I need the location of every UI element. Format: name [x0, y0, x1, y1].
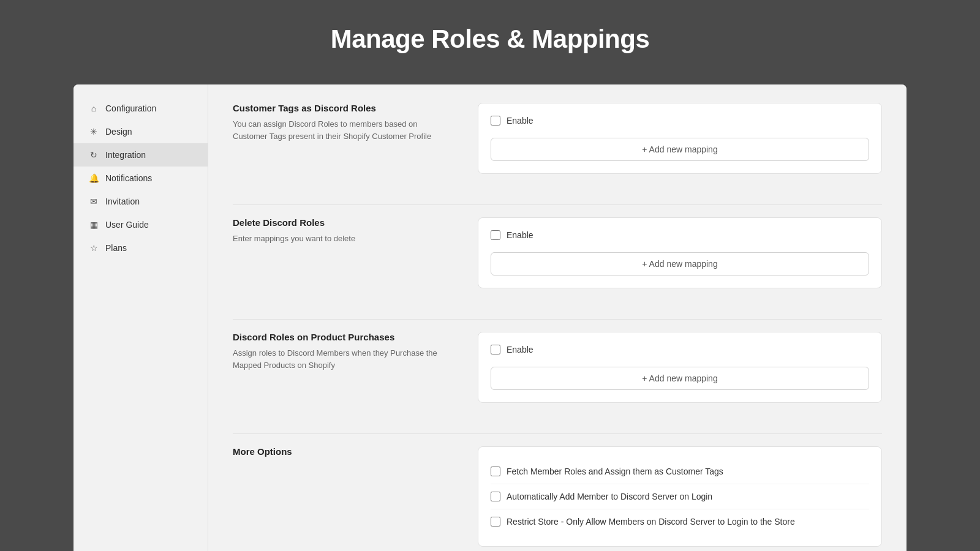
- page-title: Manage Roles & Mappings: [0, 24, 980, 54]
- invitation-icon: ✉: [88, 196, 99, 207]
- product-purchases-add-mapping-button[interactable]: + Add new mapping: [491, 367, 869, 390]
- product-purchases-left: Discord Roles on Product Purchases Assig…: [233, 332, 453, 403]
- sidebar-label-invitation: Invitation: [105, 197, 140, 206]
- more-options-title: More Options: [233, 446, 453, 457]
- notifications-icon: 🔔: [88, 173, 99, 184]
- divider-2: [233, 319, 882, 320]
- main-container: ⌂ Configuration ✳ Design ↻ Integration 🔔…: [74, 84, 907, 551]
- product-purchases-section: Discord Roles on Product Purchases Assig…: [233, 332, 882, 415]
- sidebar-label-notifications: Notifications: [105, 173, 152, 183]
- delete-roles-desc: Enter mappings you want to delete: [233, 233, 453, 245]
- option-label-2: Automatically Add Member to Discord Serv…: [507, 492, 712, 501]
- product-purchases-desc: Assign roles to Discord Members when the…: [233, 347, 453, 371]
- option-label-3: Restrict Store - Only Allow Members on D…: [507, 517, 795, 527]
- sidebar-item-integration[interactable]: ↻ Integration: [74, 143, 208, 167]
- customer-tags-add-mapping-button[interactable]: + Add new mapping: [491, 138, 869, 161]
- product-purchases-enable-row: Enable: [491, 345, 869, 354]
- customer-tags-enable-label: Enable: [507, 116, 533, 126]
- customer-tags-enable-row: Enable: [491, 116, 869, 126]
- delete-roles-section: Delete Discord Roles Enter mappings you …: [233, 217, 882, 301]
- sidebar-item-user-guide[interactable]: ▦ User Guide: [74, 213, 208, 236]
- more-options-section: More Options Fetch Member Roles and Assi…: [233, 446, 882, 551]
- option-label-1: Fetch Member Roles and Assign them as Cu…: [507, 467, 723, 476]
- option-row-3: Restrict Store - Only Allow Members on D…: [491, 509, 869, 534]
- product-purchases-title: Discord Roles on Product Purchases: [233, 332, 453, 342]
- content-area: Customer Tags as Discord Roles You can a…: [208, 84, 907, 551]
- delete-roles-title: Delete Discord Roles: [233, 217, 453, 228]
- sidebar-label-design: Design: [105, 127, 132, 137]
- product-purchases-right: Enable + Add new mapping: [478, 332, 882, 403]
- sidebar-label-user-guide: User Guide: [105, 220, 149, 230]
- product-purchases-enable-label: Enable: [507, 345, 533, 354]
- option-checkbox-2[interactable]: [491, 492, 500, 501]
- option-checkbox-1[interactable]: [491, 467, 500, 476]
- sidebar-item-plans[interactable]: ☆ Plans: [74, 236, 208, 260]
- delete-roles-enable-row: Enable: [491, 230, 869, 240]
- option-row-2: Automatically Add Member to Discord Serv…: [491, 484, 869, 509]
- delete-roles-left: Delete Discord Roles Enter mappings you …: [233, 217, 453, 288]
- delete-roles-right: Enable + Add new mapping: [478, 217, 882, 288]
- delete-roles-enable-checkbox[interactable]: [491, 230, 500, 240]
- sidebar-item-notifications[interactable]: 🔔 Notifications: [74, 167, 208, 190]
- plans-icon: ☆: [88, 242, 99, 253]
- home-icon: ⌂: [88, 103, 99, 114]
- sidebar-label-plans: Plans: [105, 243, 127, 253]
- customer-tags-desc: You can assign Discord Roles to members …: [233, 118, 453, 142]
- sidebar-item-design[interactable]: ✳ Design: [74, 120, 208, 143]
- customer-tags-left: Customer Tags as Discord Roles You can a…: [233, 103, 453, 174]
- customer-tags-section: Customer Tags as Discord Roles You can a…: [233, 103, 882, 186]
- delete-roles-add-mapping-button[interactable]: + Add new mapping: [491, 252, 869, 276]
- divider-3: [233, 433, 882, 434]
- divider-1: [233, 204, 882, 205]
- more-options-left: More Options: [233, 446, 453, 547]
- option-checkbox-3[interactable]: [491, 517, 500, 527]
- sidebar-label-configuration: Configuration: [105, 103, 156, 113]
- sidebar-item-invitation[interactable]: ✉ Invitation: [74, 190, 208, 213]
- customer-tags-right: Enable + Add new mapping: [478, 103, 882, 174]
- more-options-right: Fetch Member Roles and Assign them as Cu…: [478, 446, 882, 547]
- option-row-1: Fetch Member Roles and Assign them as Cu…: [491, 459, 869, 484]
- integration-icon: ↻: [88, 149, 99, 160]
- sidebar: ⌂ Configuration ✳ Design ↻ Integration 🔔…: [74, 84, 208, 551]
- design-icon: ✳: [88, 126, 99, 137]
- page-header: Manage Roles & Mappings: [0, 0, 980, 84]
- product-purchases-enable-checkbox[interactable]: [491, 345, 500, 354]
- user-guide-icon: ▦: [88, 219, 99, 230]
- sidebar-item-configuration[interactable]: ⌂ Configuration: [74, 97, 208, 120]
- customer-tags-enable-checkbox[interactable]: [491, 116, 500, 126]
- delete-roles-enable-label: Enable: [507, 230, 533, 240]
- customer-tags-title: Customer Tags as Discord Roles: [233, 103, 453, 113]
- sidebar-label-integration: Integration: [105, 150, 146, 160]
